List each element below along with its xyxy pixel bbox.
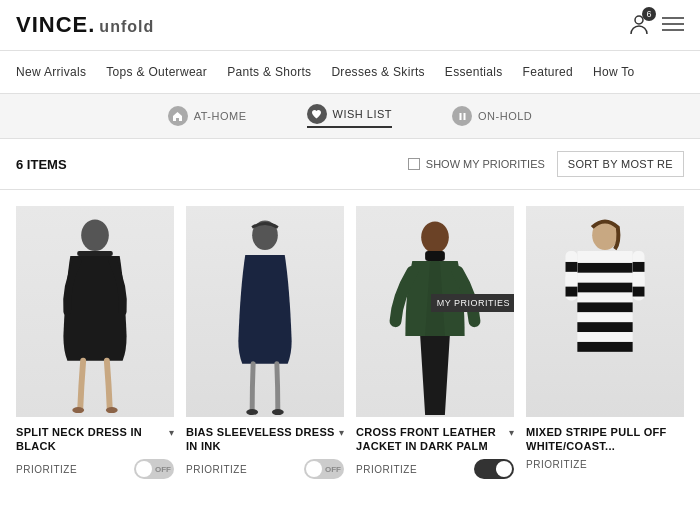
product-card-4: MIXED STRIPE PULL OFF WHITE/COAST... PRI…	[526, 206, 684, 479]
product-name-row-4: MIXED STRIPE PULL OFF WHITE/COAST...	[526, 425, 684, 454]
svg-point-8	[72, 407, 84, 413]
prioritize-label-3: PRIORITIZE	[356, 464, 417, 475]
svg-rect-25	[577, 342, 632, 352]
sort-button[interactable]: SORT BY MOST RE	[557, 151, 684, 177]
svg-rect-17	[577, 263, 632, 273]
svg-point-9	[106, 407, 118, 413]
my-priorities-badge: MY PRIORITIES	[431, 294, 514, 312]
prioritize-row-4: PRIORITIZE	[526, 459, 684, 470]
svg-rect-31	[633, 262, 645, 272]
svg-rect-16	[577, 251, 632, 263]
product-card-3: MY PRIORITIES CROSS FRONT LEATHER JACKET…	[356, 206, 514, 479]
svg-rect-22	[577, 312, 632, 322]
nav-how-to[interactable]: How To	[593, 51, 635, 93]
menu-icon[interactable]	[662, 16, 684, 35]
logo-sub: unfold	[99, 18, 154, 35]
show-priorities[interactable]: SHOW MY PRIORITIES	[408, 158, 545, 170]
toggle-on-text-3: ON	[496, 465, 509, 474]
svg-rect-33	[633, 287, 645, 297]
prioritize-label-1: PRIORITIZE	[16, 464, 77, 475]
svg-rect-27	[566, 262, 578, 272]
product-name-2: BIAS SLEEVELESS DRESS IN INK	[186, 425, 335, 454]
product-image-1	[16, 206, 174, 417]
nav-essentials[interactable]: Essentials	[445, 51, 503, 93]
header-icons: 6	[628, 13, 684, 38]
product-info-1: SPLIT NECK DRESS IN BLACK ▾ PRIORITIZE O…	[16, 417, 174, 480]
svg-rect-23	[577, 322, 632, 332]
toggle-off-text-1: OFF	[155, 465, 171, 474]
figure-dress-ink	[186, 206, 344, 417]
product-chevron-1[interactable]: ▾	[169, 427, 174, 438]
header: VINCE.unfold 6	[0, 0, 700, 51]
product-card-1: SPLIT NECK DRESS IN BLACK ▾ PRIORITIZE O…	[16, 206, 174, 479]
toggle-knob-1	[136, 461, 152, 477]
svg-point-12	[272, 409, 284, 415]
svg-rect-14	[425, 251, 445, 261]
nav-dresses-skirts[interactable]: Dresses & Skirts	[331, 51, 424, 93]
product-info-2: BIAS SLEEVELESS DRESS IN INK ▾ PRIORITIZ…	[186, 417, 344, 480]
home-icon	[168, 106, 188, 126]
subnav-on-hold[interactable]: ON-HOLD	[452, 106, 532, 126]
svg-rect-28	[566, 277, 578, 287]
product-image-4	[526, 206, 684, 417]
product-name-row-3: CROSS FRONT LEATHER JACKET IN DARK PALM …	[356, 425, 514, 454]
nav-new-arrivals[interactable]: New Arrivals	[16, 51, 86, 93]
toggle-1[interactable]: OFF	[134, 459, 174, 479]
logo-brand: VINCE.	[16, 12, 95, 37]
subnav-at-home-label: AT-HOME	[194, 110, 247, 122]
product-name-4: MIXED STRIPE PULL OFF WHITE/COAST...	[526, 425, 684, 454]
svg-point-6	[81, 219, 109, 251]
product-chevron-2[interactable]: ▾	[339, 427, 344, 438]
svg-rect-21	[577, 302, 632, 312]
show-priorities-checkbox[interactable]	[408, 158, 420, 170]
svg-rect-4	[459, 113, 461, 120]
subnav-wish-list-label: WISH LIST	[333, 108, 393, 120]
prioritize-row-1: PRIORITIZE OFF	[16, 459, 174, 479]
product-card-2: BIAS SLEEVELESS DRESS IN INK ▾ PRIORITIZ…	[186, 206, 344, 479]
product-name-1: SPLIT NECK DRESS IN BLACK	[16, 425, 165, 454]
nav-tops-outerwear[interactable]: Tops & Outerwear	[106, 51, 207, 93]
product-grid: SPLIT NECK DRESS IN BLACK ▾ PRIORITIZE O…	[0, 190, 700, 479]
toggle-off-text-2: OFF	[325, 465, 341, 474]
toggle-3[interactable]: ON	[474, 459, 514, 479]
sub-nav: AT-HOME WISH LIST ON-HOLD	[0, 94, 700, 139]
show-priorities-label: SHOW MY PRIORITIES	[426, 158, 545, 170]
account-badge: 6	[642, 7, 656, 21]
svg-rect-5	[463, 113, 465, 120]
svg-rect-32	[633, 277, 645, 287]
prioritize-row-3: PRIORITIZE ON	[356, 459, 514, 479]
heart-icon	[307, 104, 327, 124]
figure-stripe-pull	[526, 206, 684, 417]
account-icon[interactable]: 6	[628, 13, 650, 38]
main-nav: New Arrivals Tops & Outerwear Pants & Sh…	[0, 51, 700, 94]
product-chevron-3[interactable]: ▾	[509, 427, 514, 438]
toggle-knob-2	[306, 461, 322, 477]
product-info-4: MIXED STRIPE PULL OFF WHITE/COAST... PRI…	[526, 417, 684, 471]
svg-rect-7	[77, 251, 113, 256]
toggle-2[interactable]: OFF	[304, 459, 344, 479]
nav-featured[interactable]: Featured	[523, 51, 573, 93]
prioritize-row-2: PRIORITIZE OFF	[186, 459, 344, 479]
item-count: 6 ITEMS	[16, 157, 408, 172]
prioritize-label-2: PRIORITIZE	[186, 464, 247, 475]
product-info-3: CROSS FRONT LEATHER JACKET IN DARK PALM …	[356, 417, 514, 480]
prioritize-label-4: PRIORITIZE	[526, 459, 587, 470]
svg-rect-19	[577, 283, 632, 293]
product-name-row-2: BIAS SLEEVELESS DRESS IN INK ▾	[186, 425, 344, 454]
subnav-wish-list[interactable]: WISH LIST	[307, 104, 393, 128]
svg-rect-18	[577, 273, 632, 283]
figure-dress-black	[16, 206, 174, 417]
logo: VINCE.unfold	[16, 12, 154, 38]
product-name-row-1: SPLIT NECK DRESS IN BLACK ▾	[16, 425, 174, 454]
svg-point-11	[246, 409, 258, 415]
product-image-3: MY PRIORITIES	[356, 206, 514, 417]
subnav-at-home[interactable]: AT-HOME	[168, 106, 247, 126]
svg-rect-20	[577, 293, 632, 303]
svg-point-13	[421, 221, 449, 253]
toolbar: 6 ITEMS SHOW MY PRIORITIES SORT BY MOST …	[0, 139, 700, 190]
product-image-2	[186, 206, 344, 417]
nav-pants-shorts[interactable]: Pants & Shorts	[227, 51, 311, 93]
subnav-on-hold-label: ON-HOLD	[478, 110, 532, 122]
pause-icon	[452, 106, 472, 126]
product-name-3: CROSS FRONT LEATHER JACKET IN DARK PALM	[356, 425, 505, 454]
